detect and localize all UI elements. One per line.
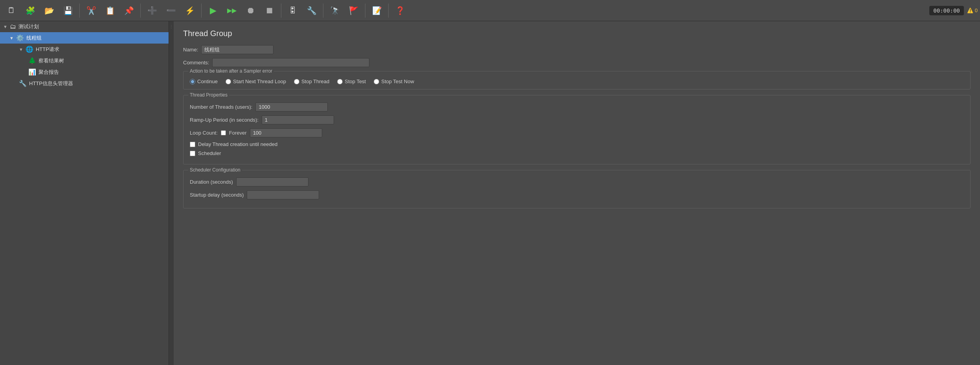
radio-stop-thread-label: Stop Thread <box>301 78 329 84</box>
radio-continue-input[interactable] <box>190 79 195 84</box>
scheduler-checkbox[interactable] <box>190 151 195 156</box>
action-section: Action to be taken after a Sampler error… <box>183 71 971 89</box>
loop-count-row: Loop Count: Forever <box>190 128 964 137</box>
scheduler-row[interactable]: Scheduler <box>190 150 964 156</box>
arrow-icon: ▼ <box>3 24 7 29</box>
rampup-input[interactable] <box>262 115 334 124</box>
radio-stop-test-label: Stop Test <box>345 78 366 84</box>
clear-button[interactable]: ⚡ <box>181 2 199 20</box>
separator-7 <box>388 4 389 18</box>
duration-input[interactable] <box>236 177 308 186</box>
sidebar-item-http-header-manager[interactable]: 🔧 HTTP信息头管理器 <box>0 78 169 89</box>
search-button[interactable]: 🔭 <box>326 2 344 20</box>
scheduler-config-title: Scheduler Configuration <box>188 167 242 173</box>
forever-label: Forever <box>229 130 247 136</box>
sidebar: ▼ 🗂 测试计划 ▼ ⚙️ 线程组 ▼ 🌐 HTTP请求 🌲 察看结果树 📊 聚… <box>0 21 169 365</box>
shutdown-button[interactable]: ⏹ <box>261 2 279 20</box>
results-tree-icon: 🌲 <box>28 57 36 64</box>
comments-label: Comments: <box>183 60 209 66</box>
loop-count-input[interactable] <box>250 128 322 137</box>
thread-group-icon: ⚙️ <box>16 34 24 42</box>
results-tree-label: 察看结果树 <box>39 57 64 64</box>
function-helper-button[interactable]: 📝 <box>368 2 386 20</box>
radio-stop-test-now[interactable]: Stop Test Now <box>374 78 414 84</box>
radio-stop-test-input[interactable] <box>337 79 343 84</box>
arrow-icon: ▼ <box>19 47 23 52</box>
scheduler-label: Scheduler <box>198 150 221 156</box>
action-section-title: Action to be taken after a Sampler error <box>188 68 274 74</box>
remote-stop-button[interactable]: 🔧 <box>303 2 321 20</box>
radio-continue-label: Continue <box>197 78 218 84</box>
delay-thread-label: Delay Thread creation until needed <box>198 141 277 147</box>
radio-stop-test-now-input[interactable] <box>374 79 379 84</box>
resize-handle[interactable]: ⋮ <box>169 21 174 365</box>
panel-title: Thread Group <box>183 29 971 38</box>
radio-stop-thread[interactable]: Stop Thread <box>294 78 329 84</box>
stop-button[interactable]: ⏺ <box>242 2 260 20</box>
loop-count-label: Loop Count: <box>190 130 218 136</box>
aggregate-report-label: 聚合报告 <box>39 69 59 76</box>
toolbar: 🗒 🧩 📂 💾 ✂️ 📋 📌 ➕ ➖ ⚡ ▶ ▶▶ ⏺ ⏹ 🎛 🔧 🔭 🚩 📝 … <box>0 0 980 21</box>
help-button[interactable]: ❓ <box>391 2 409 20</box>
sidebar-item-aggregate-report[interactable]: 📊 聚合报告 <box>0 66 169 78</box>
main-layout: ▼ 🗂 测试计划 ▼ ⚙️ 线程组 ▼ 🌐 HTTP请求 🌲 察看结果树 📊 聚… <box>0 21 980 365</box>
thread-group-label: 线程组 <box>26 35 42 42</box>
aggregate-report-icon: 📊 <box>28 68 36 76</box>
rampup-label: Ramp-Up Period (in seconds): <box>190 117 259 123</box>
radio-start-next-loop[interactable]: Start Next Thread Loop <box>226 78 286 84</box>
startup-delay-input[interactable] <box>247 190 319 199</box>
separator-4 <box>281 4 281 18</box>
radio-stop-test-now-label: Stop Test Now <box>381 78 414 84</box>
save-button[interactable]: 💾 <box>59 2 77 20</box>
run-button[interactable]: ▶ <box>204 2 222 20</box>
radio-continue[interactable]: Continue <box>190 78 218 84</box>
remove-button[interactable]: ➖ <box>162 2 180 20</box>
http-request-label: HTTP请求 <box>36 46 59 53</box>
remote-start-button[interactable]: 🎛 <box>284 2 302 20</box>
thread-properties-section: Thread Properties Number of Threads (use… <box>183 95 971 164</box>
separator-3 <box>201 4 202 18</box>
drag-dots: ⋮ <box>169 24 174 29</box>
scheduler-config-section: Scheduler Configuration Duration (second… <box>183 170 971 208</box>
threads-label: Number of Threads (users): <box>190 104 252 110</box>
cut-button[interactable]: ✂️ <box>82 2 100 20</box>
sidebar-item-test-plan[interactable]: ▼ 🗂 测试计划 <box>0 21 169 32</box>
radio-stop-thread-input[interactable] <box>294 79 299 84</box>
timer-display: 00:00:00 <box>929 6 963 15</box>
action-radio-group: Continue Start Next Thread Loop Stop Thr… <box>190 78 964 84</box>
sidebar-item-http-request[interactable]: ▼ 🌐 HTTP请求 <box>0 44 169 55</box>
http-header-icon: 🔧 <box>19 80 27 87</box>
duration-row: Duration (seconds) <box>190 177 964 186</box>
rampup-row: Ramp-Up Period (in seconds): <box>190 115 964 124</box>
content-panel: Thread Group Name: Comments: Action to b… <box>174 21 980 365</box>
startup-delay-row: Startup delay (seconds) <box>190 190 964 199</box>
copy-button[interactable]: 📋 <box>101 2 119 20</box>
thread-properties-title: Thread Properties <box>188 92 229 98</box>
radio-start-next-loop-label: Start Next Thread Loop <box>233 78 286 84</box>
toolbar-right: 00:00:00 ⚠️ 0 <box>929 6 978 15</box>
delay-thread-row[interactable]: Delay Thread creation until needed <box>190 141 964 147</box>
open-button[interactable]: 📂 <box>40 2 58 20</box>
name-input[interactable] <box>201 45 273 54</box>
startup-delay-label: Startup delay (seconds) <box>190 192 244 198</box>
templates-button[interactable]: 🧩 <box>21 2 39 20</box>
forever-checkbox[interactable] <box>221 130 226 135</box>
delay-thread-checkbox[interactable] <box>190 142 195 147</box>
radio-stop-test[interactable]: Stop Test <box>337 78 366 84</box>
test-plan-label: 测试计划 <box>18 23 39 30</box>
paste-button[interactable]: 📌 <box>120 2 138 20</box>
run-no-pause-button[interactable]: ▶▶ <box>223 2 241 20</box>
separator-2 <box>140 4 141 18</box>
radio-start-next-loop-input[interactable] <box>226 79 231 84</box>
add-button[interactable]: ➕ <box>143 2 161 20</box>
threads-input[interactable] <box>255 102 328 111</box>
http-header-label: HTTP信息头管理器 <box>29 80 73 87</box>
threads-row: Number of Threads (users): <box>190 102 964 111</box>
sidebar-item-thread-group[interactable]: ▼ ⚙️ 线程组 <box>0 32 169 44</box>
new-button[interactable]: 🗒 <box>2 2 20 20</box>
comments-input[interactable] <box>212 58 369 67</box>
separator-6 <box>365 4 365 18</box>
comments-row: Comments: <box>183 58 971 67</box>
clear-results-button[interactable]: 🚩 <box>345 2 363 20</box>
sidebar-item-results-tree[interactable]: 🌲 察看结果树 <box>0 55 169 66</box>
